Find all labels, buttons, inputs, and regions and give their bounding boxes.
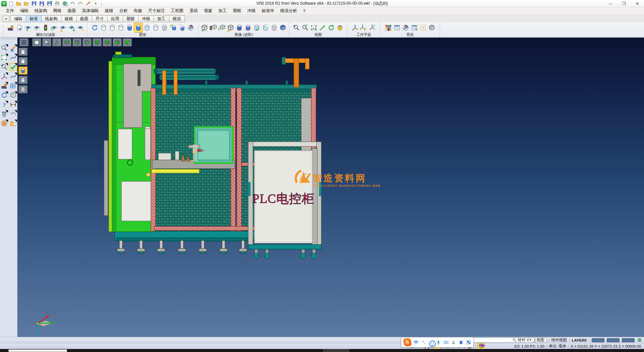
- menu-edit[interactable]: 编辑: [17, 7, 32, 14]
- grid-plane-button[interactable]: [428, 23, 436, 32]
- panel-grip[interactable]: [2, 39, 15, 41]
- menu-drafting[interactable]: 工程图: [168, 7, 187, 14]
- ucs-axis-button[interactable]: [0, 73, 8, 80]
- regenerate-button[interactable]: [0, 91, 8, 99]
- visi-logo-icon[interactable]: V: [1, 1, 7, 6]
- rotate-view-button[interactable]: [327, 23, 335, 32]
- active-layer-button[interactable]: LAYER0: [572, 338, 587, 342]
- tab-wireframe[interactable]: 线架构: [41, 15, 61, 22]
- ime-keyboard-button[interactable]: [443, 339, 449, 346]
- scene-refresh-button[interactable]: [218, 23, 226, 32]
- workplane-align-button[interactable]: [368, 23, 377, 32]
- ime-emoji-button[interactable]: [428, 339, 434, 346]
- multi-body-view-button[interactable]: [169, 23, 177, 32]
- menu-analysis[interactable]: 分析: [116, 7, 131, 14]
- view-mode-button[interactable]: 绝对视图: [551, 338, 567, 343]
- refresh-visibility-button[interactable]: [50, 23, 58, 32]
- redo-button[interactable]: [77, 0, 84, 7]
- selection-box-button[interactable]: [419, 23, 427, 32]
- layer-table-button[interactable]: [410, 23, 419, 32]
- body-report-button[interactable]: [261, 23, 270, 32]
- tab-application[interactable]: 应用: [107, 15, 123, 22]
- save-button[interactable]: [31, 0, 38, 7]
- globe-icon[interactable]: [637, 338, 642, 343]
- menu-mould[interactable]: 塑模: [230, 7, 244, 14]
- filter-traffic-button[interactable]: [41, 23, 50, 32]
- zoom-window-button[interactable]: [301, 23, 309, 32]
- measure-distance-button[interactable]: [9, 101, 17, 108]
- close-button[interactable]: ✕: [631, 0, 644, 7]
- tab-dropdown-button[interactable]: ▼: [3, 16, 9, 22]
- color-swatch-1[interactable]: [592, 338, 604, 342]
- machine-3d-model[interactable]: PLC电控柜 智造资料网 INTELLIGENT MANUFACTURING W…: [17, 38, 644, 337]
- system-table-button[interactable]: [393, 23, 401, 32]
- ime-shirt-button[interactable]: [458, 339, 464, 346]
- navigation-wheel-button[interactable]: [0, 120, 8, 127]
- view-back-button[interactable]: [103, 38, 112, 46]
- viewport-menu-button[interactable]: [19, 38, 29, 46]
- display-wireframe-button[interactable]: [18, 48, 28, 56]
- confirm-selection-button[interactable]: [9, 63, 17, 71]
- menu-standard-parts[interactable]: 标准件: [259, 7, 277, 14]
- hide-remove-button[interactable]: −: [33, 23, 41, 32]
- save-all-button[interactable]: [46, 0, 53, 7]
- menu-help[interactable]: ?: [300, 8, 309, 14]
- scene-toggle-button[interactable]: ±: [226, 23, 235, 32]
- display-shaded-button[interactable]: [18, 67, 28, 75]
- menu-surface[interactable]: 曲面: [65, 7, 79, 14]
- undo-button[interactable]: [69, 0, 76, 7]
- tab-machining[interactable]: 加工: [154, 15, 169, 22]
- display-transparent-button[interactable]: [18, 76, 28, 84]
- curve-edit-button[interactable]: [9, 54, 17, 61]
- regen-graphics-button[interactable]: [91, 23, 99, 32]
- ime-toolbox-button[interactable]: [466, 339, 471, 346]
- ime-skin-button[interactable]: [451, 339, 456, 346]
- dynamic-zoom-button[interactable]: [0, 44, 8, 52]
- add-to-scene-button[interactable]: +: [200, 23, 209, 32]
- graphics-viewport[interactable]: PLC电控柜 智造资料网 INTELLIGENT MANUFACTURING W…: [17, 38, 644, 337]
- zoom-fit-button[interactable]: [0, 54, 8, 61]
- show-add-button[interactable]: +: [24, 23, 32, 32]
- menu-electrode[interactable]: 电极: [131, 7, 145, 14]
- menu-wireframe[interactable]: 线架构: [32, 7, 50, 14]
- ghost-body-button[interactable]: [270, 23, 278, 32]
- delete-entities-button[interactable]: [0, 110, 8, 118]
- ime-voice-button[interactable]: [436, 339, 441, 346]
- preview-button[interactable]: [61, 0, 68, 7]
- maximize-button[interactable]: ❐: [617, 0, 631, 7]
- scene-filter-button[interactable]: [209, 23, 217, 32]
- graphics-settings-button[interactable]: [186, 23, 195, 32]
- zoom-in-out-button[interactable]: +: [292, 23, 301, 32]
- axis-view-button[interactable]: [52, 38, 61, 46]
- shaded-edges-button[interactable]: [134, 23, 143, 32]
- open-file-button[interactable]: [15, 0, 22, 7]
- workplane-indicator-button[interactable]: [478, 344, 484, 349]
- zoom-dynamic-button[interactable]: [42, 38, 51, 46]
- viewport-layout-button[interactable]: [9, 82, 17, 90]
- hidden-dashed-button[interactable]: [117, 23, 125, 32]
- system-settings-button[interactable]: [401, 23, 410, 32]
- undo-gray-button[interactable]: [9, 110, 17, 118]
- workplane-edit-button[interactable]: [360, 23, 368, 32]
- tab-dimension[interactable]: 尺寸: [92, 15, 108, 22]
- view-isometric-button[interactable]: [123, 38, 132, 46]
- menu-solid-edit[interactable]: 实体编辑: [79, 7, 102, 14]
- wireframe-cylinder-button[interactable]: [99, 23, 108, 32]
- flat-view-button[interactable]: [152, 23, 160, 32]
- validate-body-button[interactable]: [253, 23, 261, 32]
- save-as-button[interactable]: [38, 0, 45, 7]
- mesh-view-button[interactable]: [160, 23, 169, 32]
- taskbar-search-box[interactable]: [8, 349, 67, 352]
- tab-progress[interactable]: 冲模: [138, 15, 154, 22]
- menu-modeling[interactable]: 建模: [102, 7, 116, 14]
- zoom-actual-size-button[interactable]: 1:1: [310, 23, 318, 32]
- ime-language-button[interactable]: 中: [413, 339, 419, 346]
- import-file-button[interactable]: [23, 0, 30, 7]
- display-mesh-button[interactable]: [18, 85, 28, 93]
- view-bottom-button[interactable]: [72, 38, 82, 46]
- zoom-fit-view-button[interactable]: [32, 38, 41, 46]
- menu-flow-analysis[interactable]: 模流分析: [277, 7, 300, 14]
- taskbar-app-button[interactable]: [323, 349, 349, 352]
- hidden-line-button[interactable]: [108, 23, 116, 32]
- sketch-disable-button[interactable]: ✕: [9, 44, 17, 52]
